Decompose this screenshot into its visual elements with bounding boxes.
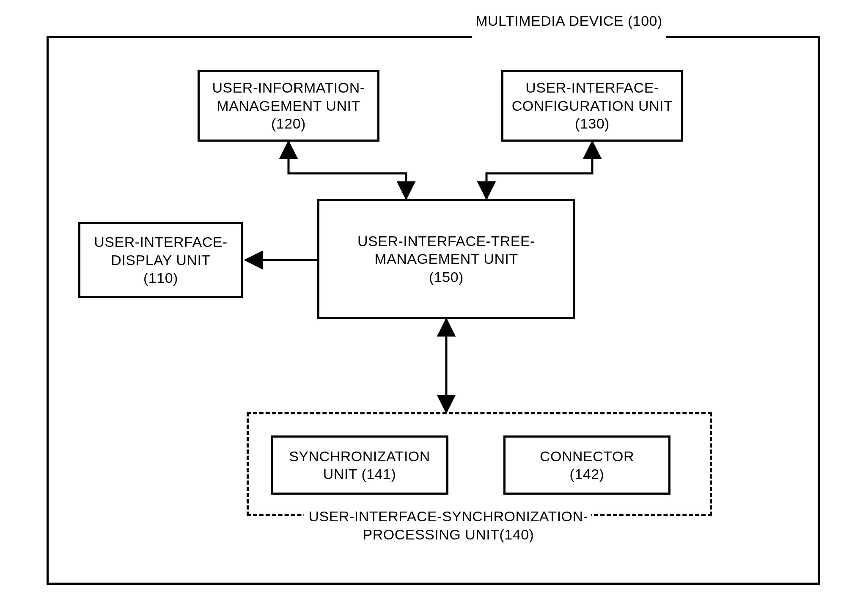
- device-title: MULTIMEDIA DEVICE (100): [472, 12, 666, 30]
- ui-display-block: USER-INTERFACE- DISPLAY UNIT (110): [78, 222, 243, 298]
- user-info-mgmt-block: USER-INFORMATION- MANAGEMENT UNIT (120): [198, 70, 379, 142]
- ui-config-block: USER-INTERFACE- CONFIGURATION UNIT (130): [501, 70, 683, 142]
- connector-block: CONNECTOR (142): [503, 435, 670, 495]
- sync-group-label: USER-INTERFACE-SYNCHRONIZATION- PROCESSI…: [296, 507, 601, 543]
- ui-tree-mgmt-block: USER-INTERFACE-TREE- MANAGEMENT UNIT (15…: [317, 199, 575, 319]
- sync-unit-block: SYNCHRONIZATION UNIT (141): [271, 435, 448, 495]
- device-title-mask: [472, 34, 666, 40]
- diagram-canvas: MULTIMEDIA DEVICE (100) USER-INFORMATION…: [0, 0, 860, 616]
